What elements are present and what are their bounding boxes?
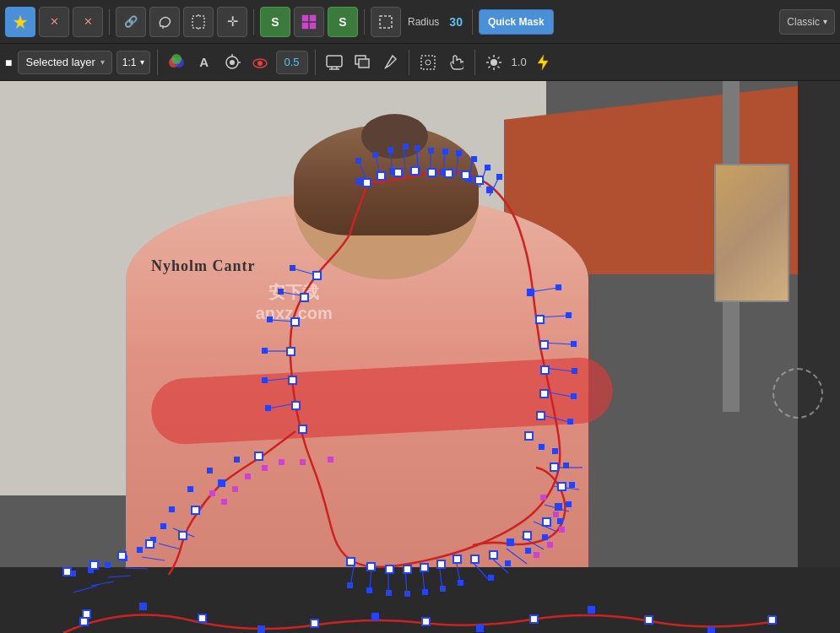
zoom-value: 1:1 <box>122 57 137 68</box>
lasso-button[interactable] <box>149 7 180 37</box>
svg-rect-22 <box>359 59 369 68</box>
monitor-button[interactable] <box>322 51 346 74</box>
opacity-field[interactable]: 0.5 <box>276 51 308 74</box>
canvas-area: Nyholm Cantr 安下载 anxz.com <box>0 81 840 633</box>
snap-icon-2: S <box>339 15 346 29</box>
close-icon-1: ✕ <box>50 15 59 28</box>
separator-2 <box>253 9 254 35</box>
red-eye-button[interactable] <box>248 51 272 74</box>
layer-select-dropdown[interactable]: Selected layer ▾ <box>18 51 111 74</box>
text-button[interactable]: A <box>192 51 216 74</box>
text-icon: A <box>199 55 209 69</box>
svg-marker-0 <box>14 15 27 29</box>
classic-dropdown[interactable]: Classic ▾ <box>779 9 835 35</box>
photo-background: Nyholm Cantr <box>0 81 840 633</box>
brightness-button[interactable] <box>482 51 506 74</box>
svg-line-33 <box>497 57 499 58</box>
svg-marker-35 <box>538 55 548 70</box>
grid-button[interactable] <box>294 7 324 37</box>
zoom-dropdown[interactable]: 1:1 ▾ <box>117 51 150 74</box>
separator-3 <box>364 9 365 35</box>
svg-rect-8 <box>310 23 316 29</box>
close-icon-2: ✕ <box>84 15 93 28</box>
fuzzy-select-button[interactable] <box>5 7 35 37</box>
svg-line-34 <box>488 66 490 68</box>
quick-mask-button[interactable]: Quick Mask <box>479 9 554 35</box>
svg-point-25 <box>425 60 431 65</box>
radius-value: 30 <box>449 15 463 29</box>
svg-rect-6 <box>310 15 316 21</box>
svg-rect-9 <box>380 16 392 28</box>
right-strip <box>798 81 840 633</box>
hand-button[interactable] <box>444 51 468 74</box>
layer-square-icon: ■ <box>5 56 12 69</box>
eyedropper-button[interactable] <box>378 51 402 74</box>
svg-rect-17 <box>327 56 342 67</box>
zoom-arrow-icon: ▾ <box>140 57 144 67</box>
svg-point-16 <box>257 61 263 66</box>
transform-button[interactable] <box>183 7 214 37</box>
second-toolbar: ■ Selected layer ▾ 1:1 ▾ A <box>0 44 840 81</box>
close-button-2[interactable]: ✕ <box>73 7 103 37</box>
tb2-separator-4 <box>474 50 475 75</box>
svg-point-14 <box>230 60 235 65</box>
svg-line-32 <box>497 66 499 68</box>
inspect-button[interactable] <box>416 51 440 74</box>
close-button-1[interactable]: ✕ <box>39 7 69 37</box>
separator-4 <box>472 9 473 35</box>
snap-button-1[interactable]: S <box>260 7 290 37</box>
layer-select-arrow-icon: ▾ <box>100 57 105 67</box>
svg-rect-24 <box>421 56 435 69</box>
colors-button[interactable] <box>165 51 188 74</box>
artwork <box>714 164 790 302</box>
svg-line-31 <box>488 57 490 58</box>
dashed-circle <box>772 368 823 419</box>
snap-button-2[interactable]: S <box>328 7 358 37</box>
layers-button[interactable] <box>350 51 374 74</box>
svg-point-26 <box>490 59 497 66</box>
link-icon: 🔗 <box>124 15 138 28</box>
opacity-value: 0.5 <box>285 56 300 68</box>
link-button[interactable]: 🔗 <box>116 7 146 37</box>
separator-1 <box>109 9 110 35</box>
tb2-separator-3 <box>409 50 409 75</box>
svg-rect-2 <box>192 16 204 28</box>
classic-chevron-icon: ▾ <box>823 17 827 26</box>
selected-layer-label: Selected layer <box>25 56 95 68</box>
flash-button[interactable] <box>531 51 555 74</box>
move-button[interactable]: ✛ <box>217 7 247 37</box>
svg-point-12 <box>171 54 182 64</box>
svg-line-23 <box>385 66 387 68</box>
brightness-value: 1.0 <box>512 56 527 68</box>
tb2-separator-1 <box>157 50 158 75</box>
svg-rect-5 <box>302 15 308 21</box>
tb2-separator-2 <box>315 50 316 75</box>
radius-label: Radius <box>408 16 439 28</box>
hair-bun <box>361 114 429 158</box>
rotate-button[interactable] <box>220 51 244 74</box>
snap-icon-1: S <box>271 15 279 29</box>
selection-button[interactable] <box>371 7 401 37</box>
move-icon: ✛ <box>227 14 238 30</box>
top-toolbar: ✕ ✕ 🔗 ✛ S S <box>0 0 840 44</box>
sign-text: Nyholm Cantr <box>151 257 256 275</box>
svg-rect-7 <box>302 23 308 29</box>
classic-label: Classic <box>787 16 820 28</box>
bottom-band <box>0 567 840 633</box>
